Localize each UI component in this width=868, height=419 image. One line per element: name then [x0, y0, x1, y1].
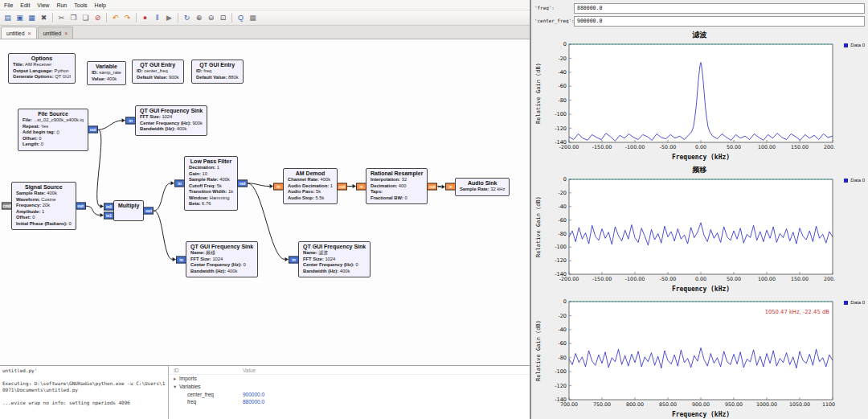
delete-icon[interactable]: ⊘ [92, 13, 103, 23]
port-in-low_pass_filter[interactable]: in [174, 179, 185, 187]
redo-icon[interactable]: ↷ [122, 13, 133, 23]
pause-icon[interactable]: ‖ [152, 13, 162, 23]
plot-title-filter: 滤波 [533, 30, 866, 39]
block-param: Decimation: 400 [371, 183, 423, 190]
svg-text:-20: -20 [558, 190, 567, 196]
svg-text:-100.00: -100.00 [625, 144, 645, 150]
cut-icon[interactable]: ✂ [56, 13, 67, 23]
port-out-am_demod[interactable]: out [337, 183, 347, 190]
port-in-rational_resampler[interactable]: in [356, 183, 366, 190]
new-icon[interactable]: ▤ [2, 13, 13, 23]
block-variable_samp_rate[interactable]: VariableID: samp_rateValue: 400k [87, 61, 126, 85]
plot-shift[interactable]: 0-20-40-60-80-100-120-140-200.00-150.00-… [533, 175, 835, 294]
menu-run[interactable]: Run [56, 2, 67, 8]
inspector-row-freq[interactable]: freq880000.0 [169, 398, 530, 405]
svg-text:200.00: 200.00 [824, 144, 835, 150]
plot-filter[interactable]: 0-20-40-60-80-100-120-140-200.00-150.00-… [533, 39, 835, 162]
block-freq_sink_filter[interactable]: QT GUI Frequency SinkName: 滤波FFT Size: 1… [298, 241, 371, 277]
svg-text:50.00: 50.00 [727, 144, 741, 150]
port-out-file_source[interactable]: out [88, 126, 98, 134]
block-param: Generate Options: QT GUI [13, 74, 71, 80]
freq-entry-input[interactable] [574, 3, 865, 14]
zoom-fit-icon[interactable]: ⊡ [218, 13, 228, 23]
inspector-row-Variables[interactable]: ▾Variables [169, 383, 530, 391]
freq-entry-row: 'freq': [534, 2, 865, 14]
menu-tools[interactable]: Tools [74, 2, 87, 8]
kill-icon[interactable]: ● [140, 13, 150, 23]
port-in-freq_sink_filter[interactable]: in [289, 256, 299, 263]
legend-shift: Data 0 [844, 178, 865, 183]
port-in-audio_sink[interactable]: in [445, 183, 456, 191]
console-output[interactable]: untitled.py'Executing: D:\software\GNURa… [0, 366, 169, 419]
tab-close-icon[interactable]: × [28, 31, 31, 36]
port-out-multiply[interactable]: out [143, 207, 154, 215]
port-in-freq_sink_shift[interactable]: in [176, 256, 186, 263]
port-in-freq_sink_rx[interactable]: in [125, 117, 136, 124]
copy-icon[interactable]: ❐ [68, 13, 79, 23]
plot-rx[interactable]: 0-20-40-60-80-100-120-140700.00750.00800… [533, 297, 835, 419]
console-line [2, 394, 166, 400]
zoom-out-icon[interactable]: ⊖ [206, 13, 216, 23]
paste-icon[interactable]: ❏ [80, 13, 91, 23]
tab-untitled-0[interactable]: untitled× [1, 27, 37, 39]
center-freq-entry-row: 'center_freq': [534, 15, 865, 27]
save-icon[interactable]: ▦ [27, 13, 37, 23]
tab-close-icon[interactable]: × [64, 31, 68, 36]
port-cmd-signal_source[interactable]: cmd [2, 203, 12, 210]
search-icon[interactable]: Q [235, 13, 246, 23]
menu-view[interactable]: View [37, 2, 49, 8]
open-icon[interactable]: ▣ [14, 13, 25, 23]
svg-text:-200.00: -200.00 [559, 144, 579, 150]
svg-text:150.00: 150.00 [791, 144, 809, 150]
port-out-rational_resampler[interactable]: out [427, 183, 437, 190]
center-freq-entry-input[interactable] [574, 16, 865, 27]
expander-caret-icon[interactable]: ▾ [174, 384, 179, 390]
svg-text:0.00: 0.00 [695, 144, 706, 150]
port-out-low_pass_filter[interactable]: out [237, 179, 248, 187]
reload-icon[interactable]: ↻ [182, 13, 192, 23]
block-param: Offset: 0 [16, 215, 72, 221]
inspector-row-Imports[interactable]: ▸Imports [169, 375, 530, 383]
block-audio_sink[interactable]: Audio SinkSample Rate: 32 kHzin [455, 178, 510, 196]
block-rational_resampler[interactable]: Rational ResamplerInterpolation: 32Decim… [366, 168, 428, 204]
flowgraph-canvas[interactable]: OptionsTitle: AM ReceiverOutput Language… [0, 39, 530, 365]
undo-icon[interactable]: ↶ [110, 13, 121, 23]
svg-text:-100: -100 [555, 244, 567, 250]
block-options[interactable]: OptionsTitle: AM ReceiverOutput Language… [8, 53, 76, 84]
svg-text:0: 0 [563, 298, 567, 305]
block-multiply[interactable]: Multiplyin0in1out [113, 200, 144, 221]
block-qt_gui_entry_center_freq[interactable]: QT GUI EntryID: center_freqDefault Value… [132, 60, 184, 84]
block-title: Audio Sink [460, 180, 505, 186]
block-am_demod[interactable]: AM DemodChannel Rate: 400kAudio Decimati… [283, 168, 338, 204]
grid-icon[interactable]: ▦ [248, 13, 258, 23]
block-file_source[interactable]: File SourceFile: ...st_02_c900k_s400k.iq… [18, 109, 88, 151]
svg-text:-80: -80 [558, 231, 567, 237]
tab-untitled-1[interactable]: untitled× [38, 27, 74, 39]
inspector-id: freq [187, 399, 196, 405]
port-in-am_demod[interactable]: in [273, 183, 284, 190]
inspector-row-center_freq[interactable]: center_freq900000.0 [169, 391, 530, 398]
close-icon[interactable]: ✖ [39, 13, 49, 23]
menu-help[interactable]: Help [95, 2, 106, 8]
zoom-in-icon[interactable]: ⊕ [194, 13, 204, 23]
block-qt_gui_entry_freq[interactable]: QT GUI EntryID: freqDefault Value: 880k [191, 60, 244, 84]
expander-caret-icon[interactable]: ▸ [174, 376, 179, 382]
block-freq_sink_shift[interactable]: QT GUI Frequency SinkName: 频移FFT Size: 1… [186, 241, 258, 277]
block-signal_source[interactable]: Signal SourceSample Rate: 400kWaveform: … [11, 182, 76, 230]
freq-entry-label: 'freq': [534, 6, 571, 10]
menu-file[interactable]: File [4, 2, 13, 8]
svg-text:Frequency (kHz): Frequency (kHz) [672, 285, 730, 293]
port-out-signal_source[interactable]: out [76, 203, 86, 210]
play-icon[interactable]: ▶ [164, 13, 174, 23]
menu-edit[interactable]: Edit [20, 2, 30, 8]
tab-label: untitled [6, 31, 25, 36]
svg-text:-60: -60 [558, 340, 567, 347]
svg-text:Relative Gain (dB): Relative Gain (dB) [535, 320, 542, 381]
block-title: Variable [92, 64, 121, 69]
block-low_pass_filter[interactable]: Low Pass FilterDecimation: 1Gain: 10Samp… [184, 156, 238, 211]
port-in0-multiply[interactable]: in0 [104, 203, 114, 210]
block-param: Title: AM Receiver [13, 62, 71, 68]
variable-inspector: ID Value ▸Imports▾Variablescenter_freq90… [169, 366, 530, 419]
block-freq_sink_rx[interactable]: QT GUI Frequency SinkFFT Size: 1024Cente… [135, 105, 207, 136]
port-in1-multiply[interactable]: in1 [104, 212, 114, 219]
